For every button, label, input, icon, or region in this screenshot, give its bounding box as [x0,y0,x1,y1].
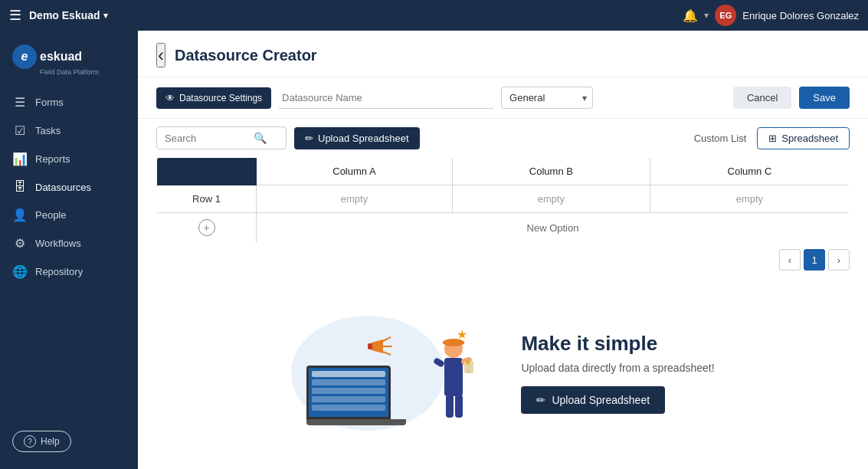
back-button[interactable]: ‹ [156,43,165,67]
upload-label: Upload Spreadsheet [318,133,409,144]
promo-subtext: Upload data directly from a spreadsheet! [521,362,714,374]
laptop-screen [306,366,391,419]
promo-heading: Make it simple [521,332,714,356]
cell-c1[interactable]: empty [650,185,849,213]
prev-page-button[interactable]: ‹ [779,249,801,271]
promo-upload-label: Upload Spreadsheet [552,394,650,406]
sidebar-item-label: People [35,209,66,221]
star-decoration-2: ★ [464,358,471,366]
save-button[interactable]: Save [799,87,850,109]
cell-b1[interactable]: empty [452,185,650,213]
search-box: 🔍 [156,126,287,149]
logo: e eskuad Field Data Platform [0,38,138,88]
view-toggle: Custom List ⊞ Spreadsheet [683,127,850,149]
sidebar-item-label: Reports [35,153,70,165]
custom-list-button[interactable]: Custom List [683,128,758,149]
sidebar-item-tasks[interactable]: ☑ Tasks [0,116,138,145]
tasks-icon: ☑ [12,123,28,138]
people-icon: 👤 [12,208,28,222]
sidebar-item-people[interactable]: 👤 People [0,201,138,229]
datasource-settings-button[interactable]: 👁 Datasource Settings [156,87,271,109]
data-table-wrap: Column A Column B Column C Row 1 empty e… [138,157,868,243]
page-1-button[interactable]: 1 [804,249,825,271]
main-content: ‹ Datasource Creator 👁 Datasource Settin… [138,31,868,469]
star-decoration: ★ [457,327,467,342]
sidebar-item-datasources[interactable]: 🗄 Datasources [0,173,138,201]
topbar: ☰ Demo Eskuad ▾ 🔔 ▾ EG Enrique Dolores G… [0,0,868,31]
back-icon: ‹ [158,44,164,66]
megaphone-graphic [368,335,395,361]
svg-line-12 [383,337,391,341]
spreadsheet-icon: ⊞ [768,133,777,144]
sidebar-item-label: Forms [35,97,64,108]
topbar-right: 🔔 ▾ EG Enrique Dolores Gonzalez [683,5,859,26]
sidebar-item-repository[interactable]: 🌐 Repository [0,257,138,286]
svg-rect-7 [455,395,463,418]
new-option-cell: New Option [257,213,850,243]
promo-text: Make it simple Upload data directly from… [521,332,714,414]
sidebar-item-workflows[interactable]: ⚙ Workflows [0,229,138,257]
help-icon: ? [24,435,36,448]
person-graphic [421,335,475,435]
data-table: Column A Column B Column C Row 1 empty e… [156,157,850,243]
svg-rect-11 [368,343,372,349]
sidebar-item-reports[interactable]: 📊 Reports [0,145,138,173]
sidebar-item-label: Workflows [35,238,81,249]
bell-icon[interactable]: 🔔 [683,8,698,23]
sidebar: e eskuad Field Data Platform ☰ Forms ☑ T… [0,31,138,469]
spreadsheet-label: Spreadsheet [781,133,838,144]
promo-illustration: ★ ★ [291,312,475,435]
workflows-icon: ⚙ [12,236,28,251]
bell-chevron: ▾ [704,10,709,21]
sidebar-item-label: Repository [35,266,83,277]
eye-icon: 👁 [165,93,175,103]
reports-icon: 📊 [12,152,28,166]
search-input[interactable] [165,133,249,144]
svg-rect-4 [433,357,445,368]
type-select-wrapper: General API Database ▾ [501,87,593,109]
next-page-button[interactable]: › [828,249,850,271]
column-c-header: Column C [650,158,849,185]
svg-line-14 [383,352,391,355]
app-title[interactable]: Demo Eskuad ▾ [29,9,108,21]
username: Enrique Dolores Gonzalez [742,10,859,21]
add-icon[interactable]: + [198,219,215,236]
datasource-settings-label: Datasource Settings [179,93,262,103]
page-header: ‹ Datasource Creator [138,31,868,77]
upload-spreadsheet-button[interactable]: ✏ Upload Spreadsheet [294,127,420,149]
type-select[interactable]: General API Database [501,87,593,109]
promo-upload-button[interactable]: ✏ Upload Spreadsheet [521,386,665,414]
spreadsheet-button[interactable]: ⊞ Spreadsheet [757,127,850,149]
laptop-base [306,419,406,425]
help-label: Help [41,436,60,447]
forms-icon: ☰ [12,95,28,110]
table-toolbar: 🔍 ✏ Upload Spreadsheet Custom List ⊞ Spr… [138,119,868,157]
page-title: Datasource Creator [175,47,317,64]
svg-marker-10 [372,339,383,353]
cell-a1[interactable]: empty [257,185,453,213]
search-icon: 🔍 [254,132,267,144]
add-row-cell[interactable]: + [157,213,257,243]
sidebar-help: ? Help [0,421,138,461]
laptop-graphic [306,366,406,435]
datasource-name-input[interactable] [279,87,493,109]
column-b-header: Column B [452,158,650,185]
add-row: + New Option [157,213,850,243]
laptop-rows [309,368,388,414]
toolbar: 👁 Datasource Settings General API Databa… [138,77,868,119]
menu-icon[interactable]: ☰ [9,7,21,24]
svg-rect-6 [446,395,454,418]
logo-subtitle: Field Data Platform [40,69,99,76]
help-button[interactable]: ? Help [12,431,71,452]
cancel-button[interactable]: Cancel [733,87,791,109]
pencil-icon: ✏ [305,133,313,144]
row-label: Row 1 [157,185,257,213]
column-a-header: Column A [257,158,453,185]
svg-rect-3 [444,358,463,396]
logo-text: eskuad [40,50,82,64]
sidebar-item-forms[interactable]: ☰ Forms [0,88,138,116]
repository-icon: 🌐 [12,264,28,279]
datasources-icon: 🗄 [12,180,28,194]
pagination: ‹ 1 › [138,243,868,277]
promo-section: ★ ★ Make it simple Upload data directly [138,277,868,469]
